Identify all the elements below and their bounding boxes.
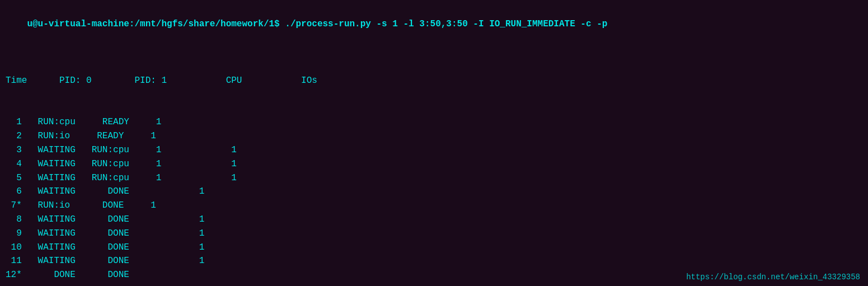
prompt-text: u@u-virtual-machine:/mnt/hgfs/share/home… bbox=[27, 19, 607, 29]
terminal-window: u@u-virtual-machine:/mnt/hgfs/share/home… bbox=[0, 0, 868, 286]
table-rows: 1 RUN:cpu READY 1 2 RUN:io READY 1 3 WAI… bbox=[6, 115, 862, 282]
table-row: 6 WAITING DONE 1 bbox=[6, 185, 862, 199]
table-header: Time PID: 0 PID: 1 CPU IOs bbox=[6, 74, 862, 88]
table-row: 3 WAITING RUN:cpu 1 1 bbox=[6, 143, 862, 157]
table-row: 8 WAITING DONE 1 bbox=[6, 213, 862, 227]
table-row: 2 RUN:io READY 1 bbox=[6, 129, 862, 143]
table-row: 10 WAITING DONE 1 bbox=[6, 241, 862, 255]
table-row: 5 WAITING RUN:cpu 1 1 bbox=[6, 171, 862, 185]
table-row: 11 WAITING DONE 1 bbox=[6, 254, 862, 268]
table-row: 9 WAITING DONE 1 bbox=[6, 227, 862, 241]
prompt-line: u@u-virtual-machine:/mnt/hgfs/share/home… bbox=[6, 3, 862, 45]
table-row: 1 RUN:cpu READY 1 bbox=[6, 115, 862, 129]
table-section: Time PID: 0 PID: 1 CPU IOs 1 RUN:cpu REA… bbox=[6, 46, 862, 286]
table-row: 7* RUN:io DONE 1 bbox=[6, 199, 862, 213]
table-row: 4 WAITING RUN:cpu 1 1 bbox=[6, 157, 862, 171]
watermark: https://blog.csdn.net/weixin_43329358 bbox=[686, 273, 860, 282]
